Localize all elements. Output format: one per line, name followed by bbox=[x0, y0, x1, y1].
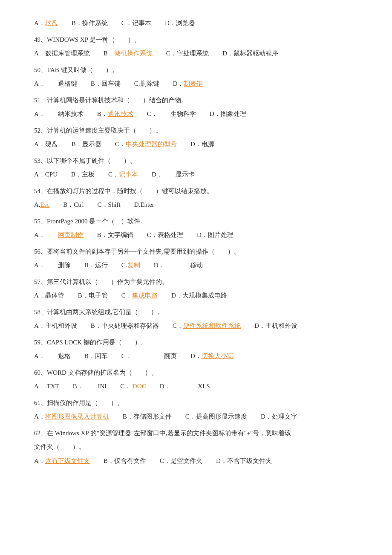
q57-question: 57、第三代计算机以（ ）作为主要元件的。 bbox=[34, 276, 358, 288]
q57-optA: A．晶体管 bbox=[34, 289, 64, 302]
q49-optA: A．数据库管理系统 bbox=[34, 47, 90, 60]
q50-optC: C.删除键 bbox=[134, 78, 159, 90]
q62-optC: C．是空文件夹 bbox=[160, 455, 202, 467]
q55-options: A． 网页制作 B．文字编辑 C．表格处理 D．图片处理 bbox=[34, 229, 358, 241]
q52-optC: C．中央处理器的型号 bbox=[115, 138, 177, 150]
q49-question: 49、WINDOWS XP 是一种（ ）。 bbox=[34, 34, 358, 46]
q51-optB: B．通讯技术 bbox=[97, 108, 133, 120]
q61-question: 61、扫描仪的作用是（ ）。 bbox=[34, 397, 358, 409]
q50-options: A． 退格键 B．回车键 C.删除键 D．制表键 bbox=[34, 78, 358, 90]
q49-optB: B．微机操作系统 bbox=[104, 47, 153, 60]
q49-optD: D．鼠标器驱动程序 bbox=[222, 47, 278, 60]
q50-optB: B．回车键 bbox=[91, 78, 121, 90]
q51-options: A． 纳米技术 B．通讯技术 C． 生物科学 D．图象处理 bbox=[34, 108, 358, 120]
q58-optA: A．主机和外设 bbox=[34, 320, 77, 332]
q59-question: 59、CAPS LOCK 键的作用是（ ）。 bbox=[34, 336, 358, 349]
q60-optD: D． .XLS bbox=[160, 380, 210, 393]
q61-optC: C．提高图形显示速度 bbox=[185, 410, 247, 423]
q48-options: A．软盘 B．操作系统 C．记事本 D．浏览器 bbox=[34, 17, 358, 29]
q58-question: 58、计算机由两大系统组成,它们是（ ）。 bbox=[34, 306, 358, 318]
q59-optA: A． 退格 bbox=[34, 350, 71, 362]
q48-optA: A．软盘 bbox=[34, 17, 58, 29]
q58-optC: C．硬件系统和软件系统 bbox=[173, 320, 241, 332]
q58-options: A．主机和外设 B．中央处理器和存储器 C．硬件系统和软件系统 D．主机和外设 bbox=[34, 320, 358, 332]
q53-question: 53、以下哪个不属于硬件（ ）。 bbox=[34, 155, 358, 167]
q55-optA: A． 网页制作 bbox=[34, 229, 84, 241]
q62-options: A．含有下级文件夹 B．仅含有文件 C．是空文件夹 D．不含下级文件夹 bbox=[34, 455, 358, 467]
q56-options: A． 删除 B．运行 C.复制 D． 移动 bbox=[34, 259, 358, 272]
q56-optC: C.复制 bbox=[121, 259, 140, 272]
q54-options: A.Esc B．Ctrl C．Shift D.Enter bbox=[34, 199, 358, 211]
q61-optB: B．存储图形文件 bbox=[123, 410, 172, 423]
q53-optC: C．记事本 bbox=[108, 168, 138, 181]
q55-optB: B．文字编辑 bbox=[97, 229, 133, 241]
q54-optB: B．Ctrl bbox=[63, 199, 84, 211]
q60-optC: C．.DOC bbox=[120, 380, 146, 393]
q57-options: A．晶体管 B．电子管 C．集成电路 D．大规模集成电路 bbox=[34, 289, 358, 302]
q54-question: 54、在播放幻灯片的过程中，随时按（ ）键可以结束播放。 bbox=[34, 185, 358, 197]
q56-optB: B．运行 bbox=[84, 259, 108, 272]
q60-optB: B． .INI bbox=[73, 380, 107, 393]
q50-question: 50、TAB 键又叫做（ ）。 bbox=[34, 64, 358, 76]
q48-optD: D．浏览器 bbox=[165, 17, 195, 29]
q51-optA: A． 纳米技术 bbox=[34, 108, 84, 120]
q61-options: A．将图形图像录入计算机 B．存储图形文件 C．提高图形显示速度 D．处理文字 bbox=[34, 410, 358, 423]
q51-optD: D．图象处理 bbox=[210, 108, 246, 120]
q54-optA: A.Esc bbox=[34, 199, 49, 211]
q52-optB: B．显示器 bbox=[72, 138, 101, 150]
q59-options: A． 退格 B．回车 C． 翻页 D．切换大小写 bbox=[34, 350, 358, 362]
q58-optB: B．中央处理器和存储器 bbox=[91, 320, 159, 332]
q55-question: 55、FrontPage 2000 是一个（ ）软件。 bbox=[34, 215, 358, 228]
q57-optD: D．大规模集成电路 bbox=[171, 289, 227, 302]
q51-question: 51、计算机网络是计算机技术和（ ）结合的产物。 bbox=[34, 94, 358, 107]
q58-optD: D．主机和外设 bbox=[254, 320, 297, 332]
q61-optD: D．处理文字 bbox=[261, 410, 297, 423]
q51-optC: C． 生物科学 bbox=[147, 108, 196, 120]
q50-optD: D．制表键 bbox=[173, 78, 203, 90]
q60-optA: A．.TXT bbox=[34, 380, 59, 393]
q52-question: 52、计算机的运算速度主要取决于（ ）。 bbox=[34, 124, 358, 137]
q52-optD: D．电源 bbox=[190, 138, 214, 150]
q56-optA: A． 删除 bbox=[34, 259, 71, 272]
q56-optD: D． 移动 bbox=[154, 259, 203, 272]
q48-optB: B．操作系统 bbox=[72, 17, 108, 29]
q62-optB: B．仅含有文件 bbox=[104, 455, 146, 467]
q53-optA: A．CPU bbox=[34, 168, 58, 181]
q50-optA: A． 退格键 bbox=[34, 78, 77, 90]
q59-optC: C． 翻页 bbox=[121, 350, 177, 362]
q53-optD: D． 显示卡 bbox=[152, 168, 195, 181]
q59-optB: B．回车 bbox=[84, 350, 108, 362]
q57-optB: B．电子管 bbox=[78, 289, 108, 302]
q57-optC: C．集成电路 bbox=[121, 289, 158, 302]
q55-optD: D．图片处理 bbox=[197, 229, 233, 241]
q55-optC: C．表格处理 bbox=[147, 229, 183, 241]
q59-optD: D．切换大小写 bbox=[190, 350, 233, 362]
q60-options: A．.TXT B． .INI C．.DOC D． .XLS bbox=[34, 380, 358, 393]
q62-optA: A．含有下级文件夹 bbox=[34, 455, 90, 467]
q49-optC: C．字处理系统 bbox=[166, 47, 209, 60]
q48-optC: C．记事本 bbox=[121, 17, 151, 29]
q61-optA: A．将图形图像录入计算机 bbox=[34, 410, 109, 423]
q54-optC: C．Shift bbox=[98, 199, 121, 211]
q53-options: A．CPU B．主板 C．记事本 D． 显示卡 bbox=[34, 168, 358, 181]
q54-optD: D.Enter bbox=[134, 199, 154, 211]
q62-cont: 文件夹（ ）。 bbox=[34, 441, 358, 453]
q52-optA: A．硬盘 bbox=[34, 138, 58, 150]
q52-options: A．硬盘 B．显示器 C．中央处理器的型号 D．电源 bbox=[34, 138, 358, 150]
q49-options: A．数据库管理系统 B．微机操作系统 C．字处理系统 D．鼠标器驱动程序 bbox=[34, 47, 358, 60]
q62-question: 62、在 Windows XP 的"资源管理器"左部窗口中,若显示的文件夹图标前… bbox=[34, 427, 358, 439]
q62-optD: D．不含下级文件夹 bbox=[216, 455, 272, 467]
q60-question: 60、WORD 文档存储的扩展名为（ ）。 bbox=[34, 367, 358, 379]
q53-optB: B．主板 bbox=[71, 168, 95, 181]
q56-question: 56、要将当前文件的副本存于另外一个文件夹,需要用到的操作（ ）。 bbox=[34, 246, 358, 258]
